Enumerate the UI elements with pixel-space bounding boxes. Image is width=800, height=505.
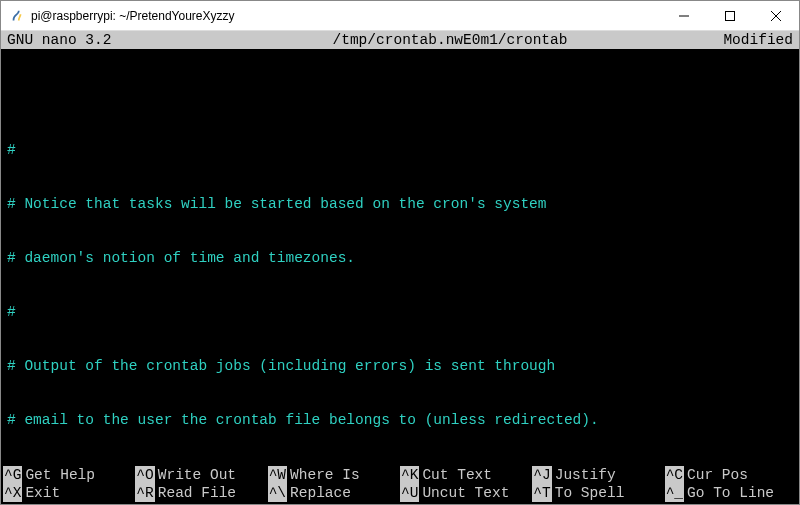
editor-line: # [7,141,793,159]
gotoline-shortcut[interactable]: ^_Go To Line [665,484,797,502]
footer-row-1: ^GGet Help ^OWrite Out ^WWhere Is ^KCut … [3,466,797,484]
blank-line [7,87,793,105]
app-icon [9,8,25,24]
window-controls [661,1,799,30]
editor-line: # [7,303,793,321]
window-titlebar: pi@raspberrypi: ~/PretendYoureXyzzy [1,1,799,31]
cut-shortcut[interactable]: ^KCut Text [400,466,532,484]
editor-line: # Notice that tasks will be started base… [7,195,793,213]
curpos-shortcut[interactable]: ^CCur Pos [665,466,797,484]
footer-row-2: ^XExit ^RRead File ^\Replace ^UUncut Tex… [3,484,797,502]
editor-line: # Output of the crontab jobs (including … [7,357,793,375]
editor-line: # email to the user the crontab file bel… [7,411,793,429]
whereis-shortcut[interactable]: ^WWhere Is [268,466,400,484]
svg-rect-1 [726,11,735,20]
justify-shortcut[interactable]: ^JJustify [532,466,664,484]
nano-header: GNU nano 3.2 /tmp/crontab.nwE0m1/crontab… [1,31,799,49]
spell-shortcut[interactable]: ^TTo Spell [532,484,664,502]
nano-version: GNU nano 3.2 [7,31,207,49]
writeout-shortcut[interactable]: ^OWrite Out [135,466,267,484]
help-shortcut[interactable]: ^GGet Help [3,466,135,484]
minimize-button[interactable] [661,1,707,30]
maximize-button[interactable] [707,1,753,30]
editor-line: # daemon's notion of time and timezones. [7,249,793,267]
close-button[interactable] [753,1,799,30]
nano-status: Modified [693,31,793,49]
terminal[interactable]: GNU nano 3.2 /tmp/crontab.nwE0m1/crontab… [1,31,799,504]
uncut-shortcut[interactable]: ^UUncut Text [400,484,532,502]
exit-shortcut[interactable]: ^XExit [3,484,135,502]
replace-shortcut[interactable]: ^\Replace [268,484,400,502]
nano-footer: ^GGet Help ^OWrite Out ^WWhere Is ^KCut … [1,466,799,504]
readfile-shortcut[interactable]: ^RRead File [135,484,267,502]
editor-area[interactable]: # # Notice that tasks will be started ba… [1,49,799,466]
window-title: pi@raspberrypi: ~/PretendYoureXyzzy [31,9,661,23]
nano-filepath: /tmp/crontab.nwE0m1/crontab [207,31,693,49]
